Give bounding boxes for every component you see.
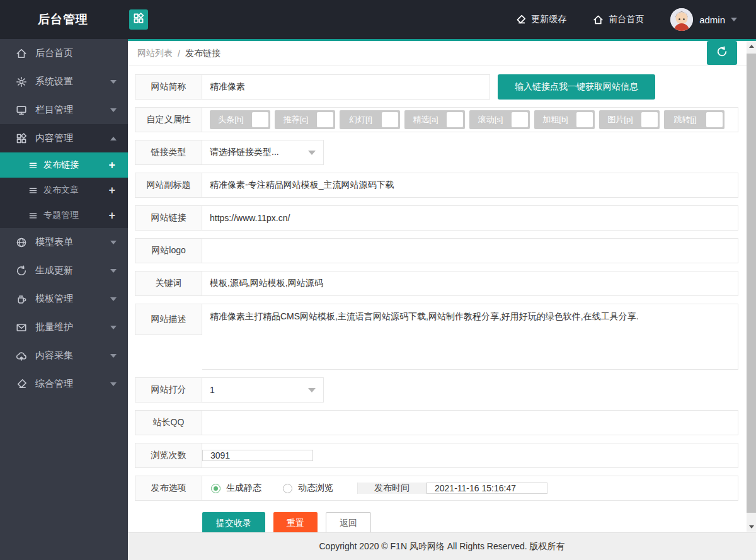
subtitle-input[interactable] (210, 173, 730, 197)
radio-label: 动态浏览 (298, 483, 333, 494)
scroll-up-arrow-icon[interactable] (747, 41, 756, 51)
fetch-site-info-button[interactable]: 输入链接点我一键获取网站信息 (498, 74, 655, 100)
sidebar-item-content-collection[interactable]: 内容采集 (0, 341, 128, 370)
breadcrumb-current: 发布链接 (185, 48, 220, 59)
attr-chip-headline[interactable]: 头条[h] (210, 110, 270, 129)
radio-static-generate[interactable]: 生成静态 (211, 483, 261, 494)
checkbox[interactable] (706, 112, 723, 127)
sidebar-subitem-publish-article[interactable]: 发布文章 + (0, 178, 128, 203)
sidebar-item-general-management[interactable]: 综合管理 (0, 370, 128, 398)
form-actions: 提交收录 重置 返回 (202, 512, 738, 535)
link-type-select[interactable]: 请选择链接类型... (202, 140, 324, 165)
sidebar-toggle-button[interactable] (129, 9, 148, 30)
keywords-field-wrap (202, 271, 738, 296)
breadcrumb-parent[interactable]: 网站列表 (137, 48, 173, 59)
sidebar-group-content-management: 内容管理 发布链接 + 发布文章 + 专题管 (0, 124, 128, 228)
scrollbar-thumb[interactable] (747, 54, 756, 513)
checkbox[interactable] (382, 112, 398, 127)
score-label: 网站打分 (135, 377, 202, 403)
site-logo-row: 网站logo (135, 238, 738, 263)
sidebar-subitem-publish-link[interactable]: 发布链接 + (0, 152, 128, 178)
sidebar-item-batch-maintenance[interactable]: 批量维护 (0, 313, 128, 341)
checkbox[interactable] (576, 112, 593, 127)
site-logo-input[interactable] (210, 239, 730, 263)
views-row: 浏览次数 (135, 443, 738, 468)
plus-icon[interactable]: + (108, 159, 115, 171)
app-grid-icon (16, 133, 27, 144)
breadcrumb-separator: / (178, 49, 180, 59)
score-select[interactable]: 1 (202, 377, 324, 403)
home-icon (593, 14, 604, 25)
refresh-button[interactable] (707, 41, 737, 65)
chevron-down-icon (110, 241, 117, 244)
site-url-input[interactable] (210, 206, 730, 230)
publish-time-input[interactable] (435, 483, 549, 493)
publish-options-field: 生成静态 动态浏览 发布时间 (202, 476, 738, 501)
sidebar-subitem-topic-management[interactable]: 专题管理 + (0, 203, 128, 228)
checkbox[interactable] (252, 112, 268, 127)
sidebar-item-label: 内容采集 (35, 350, 73, 362)
attr-chip-slide[interactable]: 幻灯[f] (340, 110, 400, 129)
chevron-down-icon (308, 151, 316, 155)
attr-chip-image[interactable]: 图片[p] (599, 110, 660, 129)
cloud-upload-icon (16, 350, 27, 362)
chevron-down-icon (110, 108, 117, 112)
username[interactable]: admin (699, 14, 725, 25)
front-home-button[interactable]: 前台首页 (593, 14, 644, 25)
views-label: 浏览次数 (135, 443, 202, 468)
sidebar-item-label: 栏目管理 (35, 104, 73, 116)
radio-dynamic-browse[interactable]: 动态浏览 (283, 483, 333, 494)
sidebar-item-column-management[interactable]: 栏目管理 (0, 96, 128, 124)
user-menu-caret-icon[interactable] (731, 18, 737, 21)
attr-chip-featured[interactable]: 精选[a] (404, 110, 465, 129)
publish-link-form: 网站简称 输入链接点我一键获取网站信息 自定义属性 头条[h] 推荐[c] (128, 66, 756, 535)
sidebar-item-model-forms[interactable]: 模型表单 (0, 228, 128, 256)
plus-icon[interactable]: + (108, 185, 115, 196)
submit-button[interactable]: 提交收录 (202, 512, 265, 535)
app-grid-icon (133, 13, 144, 26)
sidebar-item-template-management[interactable]: 模板管理 (0, 285, 128, 313)
site-name-input[interactable] (210, 75, 482, 99)
attr-chip-bold[interactable]: 加粗[b] (534, 110, 595, 129)
sidebar-subitem-label: 专题管理 (43, 210, 79, 221)
vertical-scrollbar[interactable] (747, 41, 756, 532)
subtitle-label: 网站副标题 (135, 173, 202, 198)
checkbox[interactable] (447, 112, 463, 127)
breadcrumb: 网站列表 / 发布链接 (128, 41, 756, 66)
list-icon (28, 161, 38, 170)
qq-input[interactable] (210, 411, 730, 435)
sidebar-item-generate-update[interactable]: 生成更新 (0, 256, 128, 285)
keywords-input[interactable] (210, 271, 730, 295)
sidebar-item-label: 系统设置 (35, 76, 73, 88)
views-input-wrap (202, 450, 313, 461)
chevron-down-icon (110, 326, 117, 329)
checkbox[interactable] (641, 112, 658, 127)
sidebar-item-dashboard[interactable]: 后台首页 (0, 39, 128, 67)
publish-options-label: 发布选项 (135, 476, 202, 501)
attr-chip-recommend[interactable]: 推荐[c] (275, 110, 335, 129)
avatar[interactable] (670, 8, 693, 31)
description-textarea[interactable]: 精准像素主打精品CMS网站模板,主流语言网站源码下载,网站制作教程分享,好用好玩… (202, 304, 738, 370)
update-cache-button[interactable]: 更新缓存 (515, 14, 566, 25)
sidebar: 后台首页 系统设置 栏目管理 (0, 39, 128, 560)
keywords-label: 关键词 (135, 271, 202, 296)
attr-chip-jump[interactable]: 跳转[j] (664, 110, 724, 129)
sidebar-subitem-label: 发布链接 (43, 159, 79, 171)
views-input[interactable] (210, 450, 324, 460)
attr-chip-scroll[interactable]: 滚动[s] (469, 110, 530, 129)
scroll-down-arrow-icon[interactable] (747, 522, 756, 532)
chevron-down-icon (110, 382, 117, 386)
plus-icon[interactable]: + (108, 210, 115, 221)
site-url-field-wrap (202, 205, 738, 231)
reset-button[interactable]: 重置 (273, 512, 318, 535)
app-title: 后台管理 (0, 11, 128, 28)
gear-icon (16, 76, 27, 88)
chevron-down-icon (308, 388, 316, 392)
sidebar-item-content-management[interactable]: 内容管理 (0, 124, 128, 152)
chevron-down-icon (110, 269, 117, 273)
sidebar-item-system-settings[interactable]: 系统设置 (0, 67, 128, 96)
sidebar-subitem-label: 发布文章 (43, 185, 79, 196)
checkbox[interactable] (317, 112, 333, 127)
back-button[interactable]: 返回 (326, 512, 371, 535)
checkbox[interactable] (512, 112, 528, 127)
